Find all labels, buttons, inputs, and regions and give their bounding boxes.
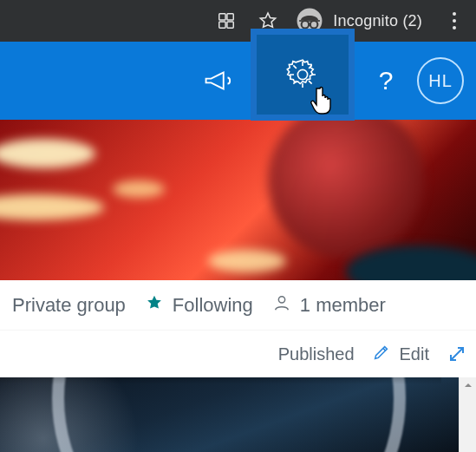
page-action-row: Published Edit xyxy=(0,331,476,377)
svg-rect-3 xyxy=(227,22,233,28)
svg-rect-1 xyxy=(227,14,233,20)
cursor-hand-icon xyxy=(310,84,338,119)
incognito-label: Incognito (2) xyxy=(333,12,422,30)
publish-status[interactable]: Published xyxy=(278,344,355,364)
edit-button[interactable]: Edit xyxy=(372,343,429,366)
expand-icon[interactable] xyxy=(447,344,467,364)
members-label: 1 member xyxy=(300,294,386,317)
help-icon[interactable]: ? xyxy=(368,66,403,95)
site-hero-banner xyxy=(0,120,476,280)
pencil-icon xyxy=(372,343,391,366)
svg-rect-0 xyxy=(219,14,225,20)
svg-point-7 xyxy=(297,69,307,79)
scrollbar[interactable] xyxy=(459,377,476,452)
user-avatar[interactable]: HL xyxy=(417,57,464,104)
star-filled-icon xyxy=(145,293,164,318)
megaphone-icon[interactable] xyxy=(197,58,242,103)
following-toggle[interactable]: Following xyxy=(145,293,253,318)
webpart-image xyxy=(0,377,459,452)
browser-menu-icon[interactable] xyxy=(440,6,469,36)
svg-point-8 xyxy=(278,296,284,302)
svg-rect-2 xyxy=(219,22,225,28)
members-link[interactable]: 1 member xyxy=(272,293,386,318)
scroll-up-icon[interactable] xyxy=(460,377,476,393)
edit-label: Edit xyxy=(400,344,429,364)
page-content-wrap xyxy=(0,377,476,452)
browser-chrome-bar: Incognito (2) xyxy=(0,0,476,42)
settings-button-highlight[interactable] xyxy=(251,29,355,121)
person-icon xyxy=(272,293,291,318)
following-label: Following xyxy=(173,294,253,317)
reader-view-icon[interactable] xyxy=(212,6,241,36)
privacy-label: Private group xyxy=(12,294,126,317)
site-info-row: Private group Following 1 member xyxy=(0,280,476,331)
site-header-bar: ? HL xyxy=(0,42,476,120)
